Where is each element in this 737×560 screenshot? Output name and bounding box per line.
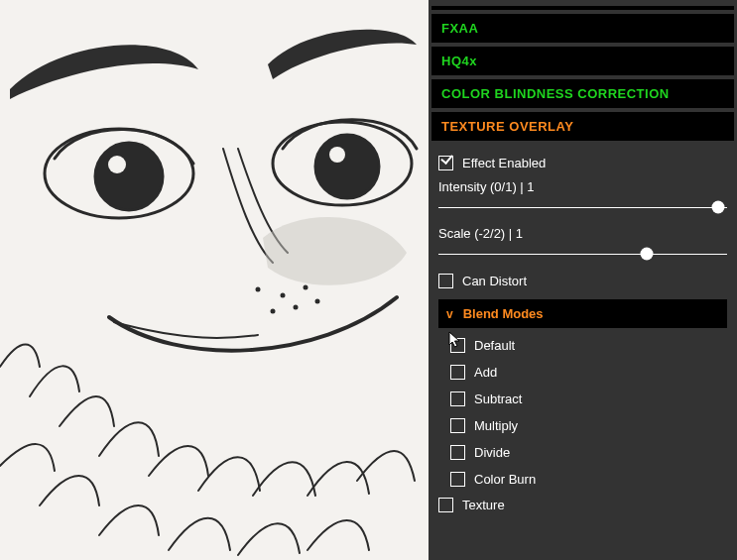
can-distort-checkbox[interactable] (438, 274, 453, 288)
blend-mode-label: Color Burn (474, 472, 536, 487)
effect-enabled-label: Effect Enabled (462, 156, 546, 170)
scale-slider-block: Scale (-2/2) | 1 (438, 222, 727, 269)
blend-mode-item[interactable]: Color Burn (450, 466, 727, 493)
texture-label: Texture (462, 498, 505, 512)
svg-point-7 (256, 287, 261, 292)
canvas-area[interactable] (0, 0, 429, 560)
blend-mode-item[interactable]: Multiply (450, 412, 727, 439)
blend-mode-label: Add (474, 365, 497, 380)
can-distort-row[interactable]: Can Distort (438, 269, 727, 293)
intensity-label: Intensity (0/1) | 1 (438, 179, 727, 194)
blend-mode-item[interactable]: Add (450, 359, 727, 386)
texture-checkbox[interactable] (438, 498, 453, 512)
section-texture-overlay[interactable]: TEXTURE OVERLAY (431, 112, 734, 141)
effect-enabled-checkbox[interactable] (438, 156, 453, 170)
sketch-image (0, 0, 429, 560)
slider-thumb[interactable] (712, 201, 725, 214)
chevron-down-icon: v (446, 307, 453, 321)
effect-enabled-row[interactable]: Effect Enabled (438, 151, 727, 175)
blend-mode-item[interactable]: Divide (450, 439, 727, 466)
blend-mode-item[interactable]: Default (450, 332, 727, 359)
blend-mode-label: Default (474, 338, 515, 353)
section-color-blindness[interactable]: COLOR BLINDNESS CORRECTION (431, 79, 734, 108)
texture-row[interactable]: Texture (438, 493, 727, 517)
blend-mode-checkbox[interactable] (450, 392, 465, 406)
section-label: HQ4x (441, 54, 477, 68)
blend-mode-checkbox[interactable] (450, 365, 465, 380)
svg-point-12 (271, 309, 276, 314)
svg-point-10 (294, 305, 299, 310)
texture-overlay-body: Effect Enabled Intensity (0/1) | 1 Scale… (429, 145, 737, 521)
blend-modes-header[interactable]: v Blend Modes (438, 299, 727, 328)
intensity-slider[interactable] (438, 200, 727, 214)
effects-panel: FXAA HQ4x COLOR BLINDNESS CORRECTION TEX… (429, 0, 737, 560)
blend-mode-checkbox[interactable] (450, 445, 465, 460)
section-label: TEXTURE OVERLAY (441, 119, 573, 134)
section-label: FXAA (441, 21, 478, 36)
svg-point-6 (329, 147, 345, 163)
blend-mode-label: Multiply (474, 418, 518, 433)
intensity-slider-block: Intensity (0/1) | 1 (438, 175, 727, 222)
section-hq4x[interactable]: HQ4x (431, 47, 734, 75)
svg-point-2 (95, 143, 163, 210)
blend-modes-list: Default Add Subtract Multiply Divide (438, 332, 727, 493)
blend-modes-label: Blend Modes (463, 306, 544, 321)
scale-label: Scale (-2/2) | 1 (438, 226, 727, 241)
svg-point-8 (281, 293, 286, 298)
svg-point-11 (315, 299, 320, 304)
svg-point-9 (304, 285, 308, 290)
slider-thumb[interactable] (640, 248, 653, 261)
svg-point-3 (108, 156, 126, 173)
blend-mode-checkbox[interactable] (450, 338, 465, 353)
blend-mode-item[interactable]: Subtract (450, 386, 727, 412)
blend-mode-label: Subtract (474, 392, 522, 406)
panel-top-divider (431, 6, 734, 10)
section-fxaa[interactable]: FXAA (431, 14, 734, 43)
svg-point-5 (315, 135, 379, 198)
slider-line (438, 207, 727, 208)
section-label: COLOR BLINDNESS CORRECTION (441, 86, 670, 101)
blend-mode-checkbox[interactable] (450, 418, 465, 433)
can-distort-label: Can Distort (462, 274, 527, 288)
scale-slider[interactable] (438, 247, 727, 261)
blend-mode-label: Divide (474, 445, 510, 460)
slider-line (438, 254, 727, 255)
blend-mode-checkbox[interactable] (450, 472, 465, 487)
